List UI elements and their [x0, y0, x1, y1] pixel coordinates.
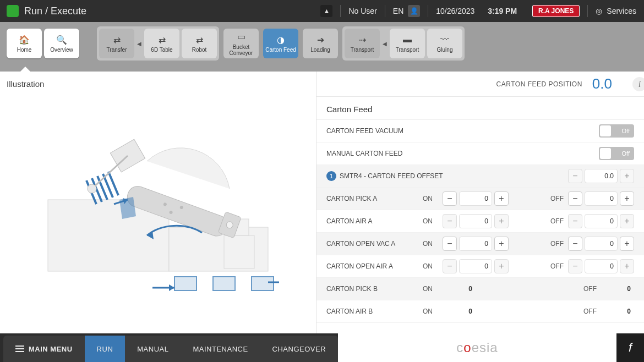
offset-plus[interactable]: +	[620, 169, 634, 183]
transport-group-icon: ⇢	[356, 34, 368, 45]
nav-transport-group[interactable]: ⇢ Transport	[345, 29, 380, 58]
air-a-on-plus[interactable]: +	[494, 214, 509, 228]
services-icon: ◎	[596, 7, 602, 15]
row-carton-open-vac-a: CARTON OPEN VAC A ON − 0 + OFF − 0 +	[316, 233, 644, 255]
illustration-title: Illustration	[7, 79, 309, 89]
nav-transfer[interactable]: ⇄ Transfer	[99, 29, 134, 58]
page-title: Run / Execute	[24, 6, 86, 17]
overview-icon: 🔍	[56, 34, 68, 45]
air-a-on-minus[interactable]: −	[443, 214, 457, 228]
svg-marker-23	[169, 284, 174, 291]
tab-changeover[interactable]: CHANGEOVER	[260, 336, 338, 362]
open-vac-a-off-plus[interactable]: +	[620, 237, 634, 251]
air-b-off-value: 0	[601, 304, 634, 319]
machine-illustration	[37, 117, 279, 299]
nav-6d-table[interactable]: ⇄ 6D Table	[144, 29, 179, 58]
row-carton-air-a: CARTON AIR A ON − 0 + OFF − 0 +	[316, 210, 644, 233]
gluing-icon: 〰	[439, 34, 451, 45]
user-label[interactable]: No User	[341, 0, 384, 22]
nav-robot[interactable]: ⇄ Robot	[182, 29, 217, 58]
language-selector[interactable]: EN 👤	[385, 0, 428, 22]
row-carton-pick-b: CARTON PICK B ON 0 OFF 0	[316, 278, 644, 300]
nav-carton-feed[interactable]: ◑ Carton Feed	[263, 29, 298, 58]
position-header: CARTON FEED POSITION 0.0	[316, 72, 644, 97]
alert-button[interactable]: ▲	[313, 0, 340, 22]
stepper-offset: − 0.0 +	[568, 169, 634, 183]
pick-b-on-value: 0	[443, 282, 476, 296]
open-air-a-on-plus[interactable]: +	[494, 259, 509, 273]
open-vac-a-on-minus[interactable]: −	[443, 237, 457, 251]
tab-maintenance[interactable]: MAINTENANCE	[181, 336, 260, 362]
svg-rect-2	[224, 235, 254, 268]
open-vac-a-on-plus[interactable]: +	[494, 237, 509, 251]
open-vac-a-on-value[interactable]: 0	[459, 237, 492, 251]
open-vac-a-off-minus[interactable]: −	[568, 237, 582, 251]
offset-value[interactable]: 0.0	[585, 169, 618, 183]
status-indicator	[7, 5, 19, 17]
row-manual-carton-feed: MANUAL CARTON FEED Off	[316, 142, 644, 165]
table-icon: ⇄	[156, 34, 168, 45]
warning-icon: ▲	[320, 5, 332, 17]
datetime: 10/26/2023 3:19 PM	[428, 0, 525, 22]
svg-rect-21	[252, 277, 274, 290]
open-air-a-off-value[interactable]: 0	[585, 259, 618, 273]
main-menu-button[interactable]: MAIN MENU	[3, 336, 85, 362]
transport-icon: ▬	[401, 34, 413, 45]
brand-badge: R.A JONES	[525, 0, 587, 22]
pick-a-on-value[interactable]: 0	[459, 191, 492, 206]
toggle-manual[interactable]: Off	[599, 147, 634, 160]
air-b-on-value: 0	[443, 304, 476, 319]
open-air-a-off-minus[interactable]: −	[568, 259, 582, 273]
offset-minus[interactable]: −	[568, 169, 582, 183]
bottom-bar: MAIN MENU RUN MANUAL MAINTENANCE CHANGEO…	[0, 333, 644, 362]
open-vac-a-off-value[interactable]: 0	[585, 237, 618, 251]
nav-ribbon: 🏠 Home 🔍 Overview ⇄ Transfer ◀ ⇄ 6D Tabl…	[0, 22, 644, 65]
chevron-left-icon: ◀	[137, 29, 142, 58]
pick-b-off-value: 0	[601, 282, 634, 296]
svg-point-17	[88, 184, 96, 193]
svg-rect-19	[174, 277, 197, 290]
nav-gluing[interactable]: 〰 Gluing	[427, 29, 462, 58]
row-offset: 1 SMTR4 - CARTON FEED OFFSET − 0.0 +	[316, 165, 644, 188]
nav-home[interactable]: 🏠 Home	[7, 29, 42, 58]
top-bar: Run / Execute ▲ No User EN 👤 10/26/2023 …	[0, 0, 644, 22]
tab-manual[interactable]: MANUAL	[125, 336, 181, 362]
row-carton-open-air-a: CARTON OPEN AIR A ON − 0 + OFF − 0 +	[316, 255, 644, 278]
services-button[interactable]: ◎ Services	[588, 0, 644, 22]
nav-transport[interactable]: ▬ Transport	[390, 29, 425, 58]
position-value: 0.0	[592, 75, 612, 92]
chevron-left-icon: ◀	[382, 29, 388, 58]
info-button[interactable]: i	[632, 77, 644, 91]
pick-a-on-plus[interactable]: +	[494, 191, 509, 206]
nav-overview[interactable]: 🔍 Overview	[44, 29, 79, 58]
home-icon: 🏠	[18, 34, 30, 45]
toggle-vacuum[interactable]: Off	[599, 124, 634, 138]
pick-a-off-value[interactable]: 0	[585, 191, 618, 206]
transfer-icon: ⇄	[111, 34, 123, 45]
pick-a-on-minus[interactable]: −	[443, 191, 457, 206]
open-air-a-on-minus[interactable]: −	[443, 259, 457, 273]
svg-line-16	[92, 156, 128, 189]
tab-run[interactable]: RUN	[85, 336, 125, 362]
nav-loading[interactable]: ➔ Loading	[303, 29, 338, 58]
open-air-a-on-value[interactable]: 0	[459, 259, 492, 273]
loading-icon: ➔	[314, 34, 326, 45]
function-button[interactable]: f	[616, 333, 644, 362]
pick-a-off-plus[interactable]: +	[620, 191, 634, 206]
illustration-panel: Illustration	[0, 72, 316, 333]
pick-a-off-minus[interactable]: −	[568, 191, 582, 206]
air-a-on-value[interactable]: 0	[459, 214, 492, 228]
parameter-rows: CARTON FEED VACUUM Off MANUAL CARTON FEE…	[316, 120, 644, 332]
air-a-off-minus[interactable]: −	[568, 214, 582, 228]
row-carton-pick-a: CARTON PICK A ON − 0 + OFF − 0 +	[316, 188, 644, 210]
conveyor-icon: ▭	[235, 31, 247, 42]
open-air-a-off-plus[interactable]: +	[620, 259, 634, 273]
svg-rect-20	[213, 277, 235, 290]
section-title: Carton Feed	[316, 97, 644, 120]
air-a-off-plus[interactable]: +	[620, 214, 634, 228]
nav-bucket-conveyor[interactable]: ▭ Bucket Conveyor	[223, 29, 259, 58]
offset-badge: 1	[326, 171, 336, 181]
carton-feed-icon: ◑	[275, 34, 287, 45]
row-carton-feed-vacuum: CARTON FEED VACUUM Off	[316, 120, 644, 142]
air-a-off-value[interactable]: 0	[585, 214, 618, 228]
